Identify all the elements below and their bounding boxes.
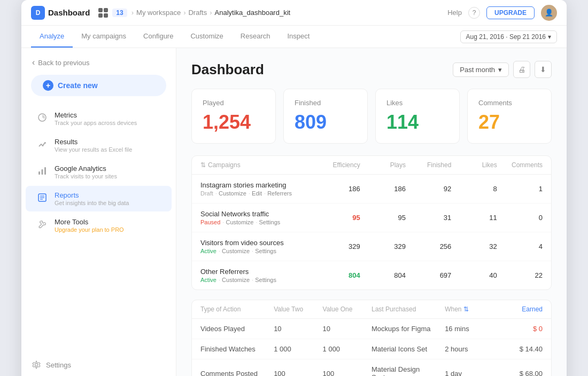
google-analytics-title: Google Analytics xyxy=(55,164,117,173)
stat-label-comments: Comments xyxy=(478,99,540,107)
tab-customize[interactable]: Customize xyxy=(182,26,231,48)
col-last-purchased: Last Purchased xyxy=(372,306,445,313)
cell-finished: 256 xyxy=(406,242,451,250)
app-title: Dashboard xyxy=(48,8,90,17)
breadcrumb-workspace[interactable]: My workspace xyxy=(136,9,181,17)
action-row: Videos Played 10 10 Mockups for Figma 16… xyxy=(192,319,551,339)
create-new-label: Create new xyxy=(58,81,98,90)
results-icon xyxy=(36,138,48,150)
table-row: Social Networks traffic Paused· Customiz… xyxy=(192,203,551,232)
actions-table-header: Type of Action Value Two Value One Last … xyxy=(192,300,551,319)
action-value-one: 1 000 xyxy=(323,345,372,353)
svg-rect-1 xyxy=(38,171,40,175)
tab-inspect[interactable]: Inspect xyxy=(279,26,319,48)
settings-label: Settings xyxy=(46,361,71,369)
action-value-two: 1 000 xyxy=(274,345,322,353)
reports-icon xyxy=(36,192,48,203)
sidebar-item-metrics[interactable]: Metrics Track your apps across devices xyxy=(26,106,172,131)
back-button[interactable]: ‹ Back to previous xyxy=(21,58,176,75)
action-when: 1 day xyxy=(445,370,493,377)
chevron-down-icon: ▾ xyxy=(498,66,502,74)
cell-likes: 8 xyxy=(451,185,497,193)
download-button[interactable]: ⬇ xyxy=(535,61,552,78)
col-comments: Comments xyxy=(497,161,543,169)
sort-icon[interactable]: ⇅ xyxy=(200,161,206,169)
chevron-down-icon: ▾ xyxy=(548,33,551,41)
cell-comments: 1 xyxy=(497,185,543,193)
cell-efficiency: 186 xyxy=(314,185,360,193)
tab-analyze[interactable]: Analyze xyxy=(31,26,73,48)
stat-card-finished: Finished 809 xyxy=(283,89,368,144)
grid-icon[interactable] xyxy=(98,8,108,18)
cell-finished: 31 xyxy=(406,214,451,222)
help-icon[interactable]: ? xyxy=(468,7,480,19)
action-last: Material Icons Set xyxy=(372,345,445,353)
tab-research[interactable]: Research xyxy=(232,26,279,48)
date-range-picker[interactable]: Aug 21, 2016 · Sep 21 2016 ▾ xyxy=(460,30,557,43)
cell-likes: 11 xyxy=(451,214,497,222)
cell-comments: 4 xyxy=(497,242,543,250)
action-row: Comments Posted 100 100 Material Design … xyxy=(192,359,551,376)
cell-comments: 22 xyxy=(497,271,543,279)
sidebar-item-google-analytics[interactable]: Google Analytics Track visits to your si… xyxy=(26,159,172,185)
col-when: When ⇅ xyxy=(445,306,493,313)
table-row: Visitors from video sources Active· Cust… xyxy=(192,232,551,261)
sidebar-item-reports[interactable]: Reports Get insights into the big data xyxy=(26,186,172,212)
cell-plays: 329 xyxy=(360,242,406,250)
sidebar-item-more-tools[interactable]: More Tools Upgrade your plan to PRO xyxy=(26,213,172,238)
help-label: Help xyxy=(447,9,462,17)
more-tools-subtitle: Upgrade your plan to PRO xyxy=(55,226,124,233)
col-likes: Likes xyxy=(451,161,497,169)
reports-subtitle: Get insights into the big data xyxy=(55,200,129,206)
tabs-bar: Analyze My campaigns Configure Customize… xyxy=(21,26,567,48)
breadcrumb: › My workspace › Drafts › Analytika_dash… xyxy=(131,9,290,17)
cell-finished: 92 xyxy=(406,185,451,193)
plus-icon: + xyxy=(43,80,53,91)
svg-point-8 xyxy=(35,364,38,366)
logo: D Dashboard xyxy=(31,6,90,20)
breadcrumb-active: Analytika_dashboard_kit xyxy=(215,9,291,17)
tab-configure[interactable]: Configure xyxy=(135,26,182,48)
reports-title: Reports xyxy=(55,191,129,199)
previous-version-item[interactable]: Previous Version xyxy=(32,373,165,376)
breadcrumb-drafts[interactable]: Drafts xyxy=(188,9,207,17)
sort-icon[interactable]: ⇅ xyxy=(463,306,469,313)
create-new-button[interactable]: + Create new xyxy=(31,75,166,96)
sidebar: ‹ Back to previous + Create new Metrics … xyxy=(21,48,176,376)
action-earned: $ 68.00 xyxy=(494,370,543,377)
print-button[interactable]: 🖨 xyxy=(513,61,530,78)
stat-card-comments: Comments 27 xyxy=(467,89,552,144)
stat-value-comments: 27 xyxy=(478,111,540,134)
google-analytics-subtitle: Track visits to your sites xyxy=(55,173,117,179)
tab-my-campaigns[interactable]: My campaigns xyxy=(73,26,135,48)
campaigns-table-header: ⇅ Campaigns Efficiency Plays Finished Li… xyxy=(192,156,551,175)
period-select[interactable]: Past month ▾ xyxy=(453,62,509,77)
campaign-tags: Active· Customize· Settings xyxy=(200,277,314,283)
action-type: Videos Played xyxy=(200,325,274,333)
upgrade-button[interactable]: UPGRADE xyxy=(486,6,535,19)
col-finished: Finished xyxy=(406,161,451,169)
stat-value-likes: 114 xyxy=(386,111,448,134)
back-arrow-icon: ‹ xyxy=(32,58,35,67)
campaign-tags: Active· Customize· Settings xyxy=(200,248,314,254)
actions-table: Type of Action Value Two Value One Last … xyxy=(191,300,552,376)
main-content: Dashboard Past month ▾ 🖨 ⬇ Played 1,254 xyxy=(176,48,567,376)
nav-right: Help ? UPGRADE 👤 xyxy=(447,5,557,21)
avatar[interactable]: 👤 xyxy=(541,5,557,21)
stat-label-played: Played xyxy=(203,99,265,107)
action-last: Material Design System xyxy=(372,365,445,376)
cell-comments: 0 xyxy=(497,214,543,222)
col-plays: Plays xyxy=(360,161,406,169)
stat-card-played: Played 1,254 xyxy=(191,89,276,144)
cell-plays: 186 xyxy=(360,185,406,193)
content-header: Dashboard Past month ▾ 🖨 ⬇ xyxy=(191,61,552,78)
metrics-icon xyxy=(36,112,48,123)
campaign-name: Visitors from video sources xyxy=(200,239,314,247)
stat-card-likes: Likes 114 xyxy=(375,89,460,144)
svg-rect-3 xyxy=(44,167,46,175)
settings-item[interactable]: Settings xyxy=(32,357,165,373)
action-type: Finished Watches xyxy=(200,345,274,353)
sidebar-item-results[interactable]: Results View your results as Excel file xyxy=(26,132,172,158)
cell-finished: 697 xyxy=(406,271,451,279)
cell-plays: 804 xyxy=(360,271,406,279)
